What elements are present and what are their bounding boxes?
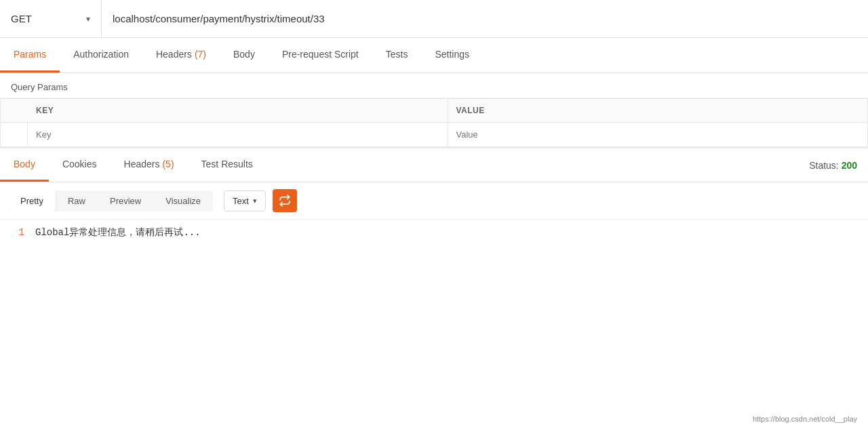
query-params-title: Query Params — [11, 82, 68, 92]
params-table-row — [0, 123, 868, 147]
tab-pre-request-script[interactable]: Pre-request Script — [269, 38, 372, 73]
format-tab-raw[interactable]: Raw — [56, 190, 98, 211]
response-headers-badge: (5) — [162, 159, 174, 169]
tab-headers[interactable]: Headers(7) — [142, 38, 220, 73]
params-table: KEY VALUE — [0, 98, 868, 147]
response-tab-cookies[interactable]: Cookies — [49, 148, 111, 182]
format-tab-preview[interactable]: Preview — [98, 190, 153, 211]
method-label: GET — [11, 13, 32, 24]
response-section: Body Cookies Headers(5) Test Results Sta… — [0, 147, 868, 245]
line-content: Global异常处理信息，请稍后再试... — [35, 226, 201, 239]
url-input[interactable] — [102, 0, 868, 37]
method-selector[interactable]: GET ▾ — [0, 0, 102, 37]
value-col-header: VALUE — [448, 99, 868, 122]
method-chevron-icon: ▾ — [86, 14, 90, 24]
request-tabs: Params Authorization Headers(7) Body Pre… — [0, 38, 868, 73]
wrap-icon — [279, 195, 291, 207]
status-label: Status: — [809, 160, 839, 171]
text-type-selector[interactable]: Text ▾ — [224, 190, 266, 211]
text-type-label: Text — [233, 196, 249, 206]
check-col-header — [1, 99, 28, 122]
format-tabs: Pretty Raw Preview Visualize — [8, 190, 213, 211]
tab-body[interactable]: Body — [220, 38, 269, 73]
tab-tests[interactable]: Tests — [372, 38, 422, 73]
format-tab-pretty[interactable]: Pretty — [8, 190, 56, 211]
code-line-1: 1 Global异常处理信息，请稍后再试... — [11, 226, 857, 239]
line-number: 1 — [11, 227, 24, 238]
row-checkbox-cell — [1, 123, 28, 146]
value-input[interactable] — [448, 123, 868, 146]
wrap-button[interactable] — [273, 189, 297, 212]
url-bar: GET ▾ — [0, 0, 868, 38]
code-area: 1 Global异常处理信息，请稍后再试... — [0, 220, 868, 245]
text-type-chevron-icon: ▾ — [253, 197, 257, 205]
tab-authorization[interactable]: Authorization — [60, 38, 142, 73]
footer-link: https://blog.csdn.net/cold__play — [753, 415, 857, 423]
params-table-header: KEY VALUE — [0, 98, 868, 123]
tab-settings[interactable]: Settings — [421, 38, 483, 73]
status-indicator: Status: 200 — [809, 160, 857, 171]
response-tabs: Body Cookies Headers(5) Test Results Sta… — [0, 147, 868, 182]
tab-params[interactable]: Params — [0, 38, 60, 73]
response-tab-test-results[interactable]: Test Results — [188, 148, 267, 182]
key-col-header: KEY — [28, 99, 448, 122]
format-bar: Pretty Raw Preview Visualize Text ▾ — [0, 182, 868, 220]
format-tab-visualize[interactable]: Visualize — [153, 190, 213, 211]
headers-badge: (7) — [195, 49, 206, 60]
response-tab-headers[interactable]: Headers(5) — [111, 148, 188, 182]
response-tab-body[interactable]: Body — [0, 148, 49, 182]
query-params-section: Query Params — [0, 73, 868, 98]
key-input[interactable] — [28, 123, 448, 146]
status-code: 200 — [842, 160, 857, 171]
